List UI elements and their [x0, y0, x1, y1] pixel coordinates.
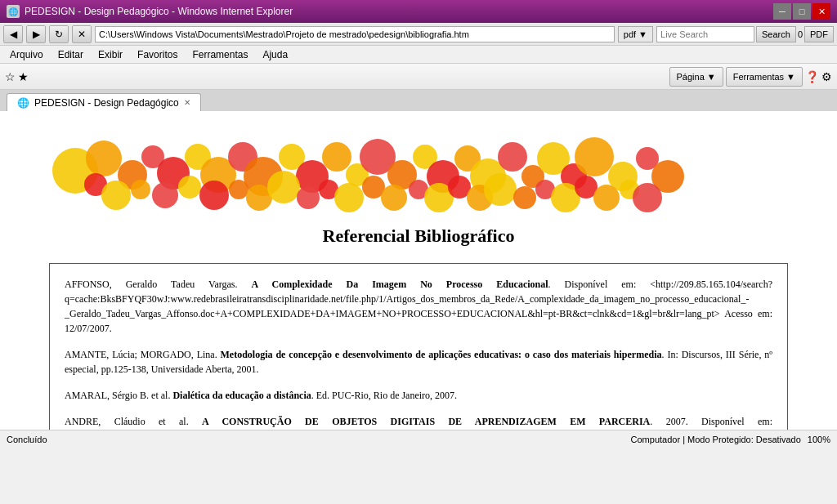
tab-icon: 🌐 [17, 97, 29, 109]
ref-andre-bold: A CONSTRUÇÃO DE OBJETOS DIGITAIS DE APRE… [202, 416, 650, 427]
minimize-button[interactable]: ─ [773, 3, 791, 20]
status-text: Concluído [7, 435, 47, 444]
ferramentas-nav-button[interactable]: Ferramentas ▼ [726, 67, 803, 87]
svg-point-30 [152, 182, 178, 208]
nav-toolbar: ☆ ★ Página ▼ Ferramentas ▼ ❓ ⚙ [0, 64, 837, 90]
title-bar-left: 🌐 PEDESIGN - Design Pedagógico - Windows… [7, 5, 293, 18]
maximize-button[interactable]: □ [793, 3, 811, 20]
svg-point-52 [633, 183, 662, 212]
settings-icon[interactable]: ⚙ [821, 70, 832, 83]
svg-point-33 [229, 180, 248, 199]
svg-point-50 [593, 185, 620, 211]
back-button[interactable]: ◀ [3, 25, 23, 43]
svg-point-11 [322, 142, 351, 172]
address-input[interactable] [95, 26, 615, 42]
window-controls[interactable]: ─ □ ✕ [773, 3, 830, 20]
svg-point-28 [101, 181, 131, 210]
menu-favoritos[interactable]: Favoritos [131, 47, 184, 63]
window-title: PEDESIGN - Design Pedagógico - Windows I… [25, 6, 293, 17]
svg-point-45 [484, 173, 517, 206]
tab-label: PEDESIGN - Design Pedagógico [34, 97, 179, 109]
svg-point-29 [131, 180, 150, 199]
page-content: Referencial Bibliográfico AFFONSO, Geral… [0, 111, 837, 430]
svg-point-32 [199, 181, 229, 210]
ref-amaral-before: AMARAL, Sérgio B. et al. [65, 390, 172, 401]
status-bar: Concluído Computador | Modo Protegido: D… [0, 430, 837, 448]
title-bar: 🌐 PEDESIGN - Design Pedagógico - Windows… [0, 0, 837, 23]
svg-point-1 [86, 140, 122, 176]
browser-content: Referencial Bibliográfico AFFONSO, Geral… [0, 111, 837, 430]
live-search-input[interactable] [656, 26, 754, 42]
help-icon[interactable]: ❓ [805, 70, 819, 83]
ref-amante-bold: Metodologia de concepção e desenvolvimen… [221, 349, 662, 360]
svg-point-35 [267, 171, 300, 203]
menu-ajuda[interactable]: Ajuda [256, 47, 294, 63]
pagina-button[interactable]: Página ▼ [669, 67, 723, 87]
ref-affonso: AFFONSO, Geraldo Tadeu Vargas. A Complex… [65, 277, 772, 336]
page-title: Referencial Bibliográfico [49, 225, 788, 247]
tab-bar: 🌐 PEDESIGN - Design Pedagógico ✕ [0, 90, 837, 111]
pdf-button[interactable]: pdf ▼ [618, 26, 653, 42]
forward-button[interactable]: ▶ [26, 25, 46, 43]
svg-point-31 [178, 176, 201, 198]
refresh-button[interactable]: ↻ [49, 25, 69, 43]
tab-close-button[interactable]: ✕ [184, 98, 190, 107]
pdf-right-button[interactable]: PDF [804, 26, 834, 42]
close-button[interactable]: ✕ [812, 3, 830, 20]
ref-andre: ANDRE, Cláudio et al. A CONSTRUÇÃO DE OB… [65, 414, 772, 430]
circles-svg [51, 126, 786, 220]
star2-icon[interactable]: ★ [18, 70, 29, 83]
address-bar: ◀ ▶ ↻ ✕ pdf ▼ Search 0 PDF [0, 23, 837, 46]
references-box: AFFONSO, Geraldo Tadeu Vargas. A Complex… [49, 263, 788, 430]
menu-exibir[interactable]: Exibir [92, 47, 129, 63]
favorites-star-icon[interactable]: ☆ [5, 70, 16, 83]
svg-point-23 [575, 137, 614, 176]
ref-andre-before: ANDRE, Cláudio et al. [65, 416, 202, 427]
ref-amaral: AMARAL, Sérgio B. et al. Dialética da ed… [65, 388, 772, 403]
zoom-control[interactable]: 100% [808, 435, 830, 444]
search-button[interactable]: Search [756, 26, 796, 42]
menu-bar: Arquivo Editar Exibir Favoritos Ferramen… [0, 46, 837, 64]
svg-point-40 [381, 185, 407, 211]
browser-icon: 🌐 [7, 5, 20, 18]
counter-badge: 0 [798, 29, 803, 39]
header-decoration [49, 127, 788, 217]
stop-button[interactable]: ✕ [72, 25, 92, 43]
svg-point-19 [498, 142, 527, 172]
ref-amaral-after: . Ed. PUC-Rio, Rio de Janeiro, 2007. [311, 390, 457, 401]
menu-arquivo[interactable]: Arquivo [3, 47, 50, 63]
ref-amante-before: AMANTE, Lúcia; MORGADO, Lina. [65, 349, 221, 360]
ref-amante: AMANTE, Lúcia; MORGADO, Lina. Metodologi… [65, 347, 772, 377]
active-tab[interactable]: 🌐 PEDESIGN - Design Pedagógico ✕ [7, 93, 201, 111]
search-area: Search 0 PDF [656, 26, 834, 42]
menu-ferramentas[interactable]: Ferramentas [186, 47, 254, 63]
svg-point-38 [334, 183, 364, 212]
svg-point-36 [297, 186, 320, 209]
menu-editar[interactable]: Editar [51, 47, 90, 63]
ref-amaral-bold: Dialética da educação a distância [172, 390, 311, 401]
svg-point-46 [513, 186, 536, 209]
status-right: Computador | Modo Protegido: Desativado … [631, 435, 830, 444]
computer-mode-label: Computador | Modo Protegido: Desativado [631, 435, 801, 444]
ref-affonso-before: AFFONSO, Geraldo Tadeu Vargas. [65, 279, 251, 290]
ref-affonso-bold: A Complexidade Da Imagem No Processo Edu… [251, 279, 548, 290]
